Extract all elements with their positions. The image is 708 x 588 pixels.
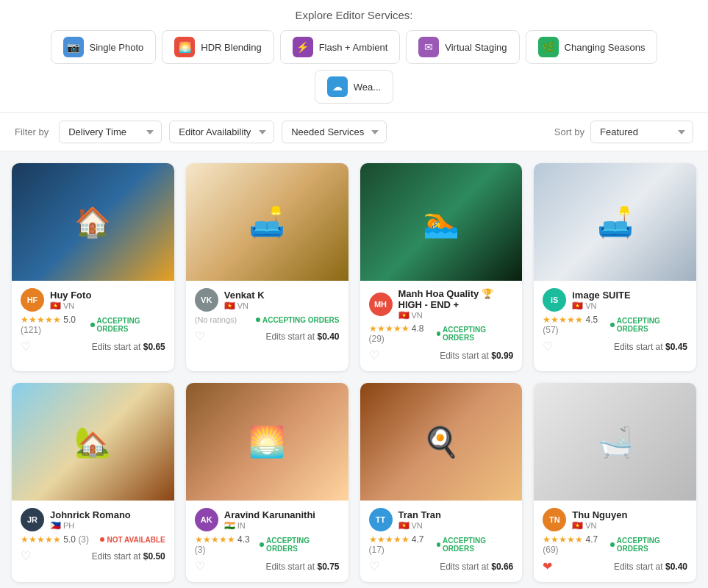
country-flag: 🇻🇳 xyxy=(224,301,235,311)
country-flag: 🇵🇭 xyxy=(50,520,61,531)
virtual-staging-icon: ✉ xyxy=(418,37,439,57)
rating: ★★★★★ 4.7 (17) xyxy=(369,534,437,555)
weather-label: Wea... xyxy=(354,82,381,93)
heart-button[interactable]: ♡ xyxy=(195,329,205,343)
card-info: JR Johnrick Romano 🇵🇭 PH ★★★★★ 5.0 (3) N… xyxy=(12,501,174,572)
rating-row: ★★★★★ 4.8 (29) ACCEPTING ORDERS xyxy=(369,323,514,344)
single-photo-label: Single Photo xyxy=(90,42,144,53)
price-row: ♡ Edits start at $0.99 xyxy=(369,348,514,362)
editor-row: HF Huy Foto 🇻🇳 VN xyxy=(21,288,165,312)
price-text: Edits start at $0.75 xyxy=(265,562,339,572)
status-dot xyxy=(610,323,615,327)
editor-row: TT Tran Tran 🇻🇳 VN xyxy=(369,508,514,531)
status-dot xyxy=(90,323,94,327)
price-row: ♡ Edits start at $0.66 xyxy=(369,559,514,573)
service-tab-hdr-blending[interactable]: 🌅 HDR Blending xyxy=(162,30,273,64)
service-tab-flash-ambient[interactable]: ⚡ Flash + Ambient xyxy=(280,30,401,64)
editor-name: Huy Foto xyxy=(50,290,91,301)
editor-row: TN Thu Nguyen 🇻🇳 VN xyxy=(543,508,687,531)
card-image: 🛋️ xyxy=(186,163,348,281)
heart-button[interactable]: ♡ xyxy=(369,559,379,573)
card-info: AK Aravind Karunanithi 🇮🇳 IN ★★★★★ 4.3 (… xyxy=(186,501,348,582)
rating-row: ★★★★★ 4.5 (57) ACCEPTING ORDERS xyxy=(543,315,687,335)
card-info: iS image SUITE 🇻🇳 VN ★★★★★ 4.5 (57) ACCE… xyxy=(534,281,696,362)
hdr-blending-label: HDR Blending xyxy=(201,42,261,53)
avatar: TN xyxy=(543,508,566,531)
rating-row: (No ratings) ACCEPTING ORDERS xyxy=(195,315,340,325)
card-5[interactable]: 🏡 JR Johnrick Romano 🇵🇭 PH ★★★★★ 5.0 (3)… xyxy=(12,383,174,582)
heart-button[interactable]: ♡ xyxy=(21,549,31,563)
card-image: 🏊 xyxy=(360,163,523,281)
price-row: ♡ Edits start at $0.45 xyxy=(543,340,687,354)
price-text: Edits start at $0.45 xyxy=(614,342,687,352)
country-code: PH xyxy=(63,521,74,530)
country-code: VN xyxy=(585,301,596,310)
country-flag: 🇻🇳 xyxy=(398,310,410,320)
rating: ★★★★★ 4.8 (29) xyxy=(369,323,437,344)
card-6[interactable]: 🌅 AK Aravind Karunanithi 🇮🇳 IN ★★★★★ 4.3… xyxy=(186,383,348,582)
editor-name: Thu Nguyen xyxy=(572,509,627,520)
price-text: Edits start at $0.65 xyxy=(92,342,165,352)
editor-name: image SUITE xyxy=(572,290,630,301)
rating: ★★★★★ 5.0 (121) xyxy=(21,315,90,335)
changing-seasons-label: Changing Seasons xyxy=(565,42,646,53)
editor-country: 🇻🇳 VN xyxy=(572,520,627,531)
card-image: 🏡 xyxy=(12,383,174,501)
country-code: VN xyxy=(237,301,248,310)
status-badge: ACCEPTING ORDERS xyxy=(90,317,165,333)
star-icons: ★★★★★ xyxy=(543,534,583,545)
needed-services-select[interactable]: Needed Services xyxy=(282,121,387,143)
card-7[interactable]: 🍳 TT Tran Tran 🇻🇳 VN ★★★★★ 4.7 (17) ACCE… xyxy=(360,383,523,582)
service-tab-virtual-staging[interactable]: ✉ Virtual Staging xyxy=(406,30,519,64)
service-tab-single-photo[interactable]: 📷 Single Photo xyxy=(51,30,157,64)
service-tab-weather[interactable]: ☁ Wea... xyxy=(315,70,393,104)
cards-grid: 🏠 HF Huy Foto 🇻🇳 VN ★★★★★ 5.0 (121) ACCE… xyxy=(0,151,708,588)
heart-button[interactable]: ♡ xyxy=(195,559,205,573)
editor-details: image SUITE 🇻🇳 VN xyxy=(572,290,630,311)
country-flag: 🇮🇳 xyxy=(224,520,235,531)
editor-availability-select[interactable]: Editor Availability xyxy=(169,121,274,143)
country-flag: 🇻🇳 xyxy=(50,301,61,311)
card-2[interactable]: 🛋️ VK Venkat K 🇻🇳 VN (No ratings) ACCEPT… xyxy=(186,163,348,371)
editor-details: Thu Nguyen 🇻🇳 VN xyxy=(572,509,627,531)
heart-button[interactable]: ♡ xyxy=(543,340,553,354)
status-dot xyxy=(256,318,260,322)
price-text: Edits start at $0.40 xyxy=(265,331,339,342)
rating-row: ★★★★★ 5.0 (121) ACCEPTING ORDERS xyxy=(21,315,165,335)
editor-name: Johnrick Romano xyxy=(50,509,131,520)
price-row: ♡ Edits start at $0.40 xyxy=(195,329,340,343)
explore-title: Explore Editor Services: xyxy=(15,9,693,21)
service-tab-changing-seasons[interactable]: 🌿 Changing Seasons xyxy=(526,30,658,64)
delivery-time-select[interactable]: Delivery Time xyxy=(59,121,162,143)
heart-button[interactable]: ❤ xyxy=(543,559,552,573)
price-text: Edits start at $0.99 xyxy=(440,351,513,361)
price-row: ❤ Edits start at $0.40 xyxy=(543,559,687,573)
status-badge: NOT AVAILABLE xyxy=(100,536,165,544)
star-icons: ★★★★★ xyxy=(21,315,61,325)
editor-country: 🇵🇭 PH xyxy=(50,520,131,531)
filter-bar: Filter by Delivery Time Editor Availabil… xyxy=(0,113,708,151)
card-1[interactable]: 🏠 HF Huy Foto 🇻🇳 VN ★★★★★ 5.0 (121) ACCE… xyxy=(12,163,174,371)
card-image: 🏠 xyxy=(12,163,174,281)
avatar: AK xyxy=(195,508,218,531)
card-image: 🛋️ xyxy=(534,163,696,281)
card-4[interactable]: 🛋️ iS image SUITE 🇻🇳 VN ★★★★★ 4.5 (57) A… xyxy=(534,163,696,371)
editor-row: iS image SUITE 🇻🇳 VN xyxy=(543,288,687,312)
card-3[interactable]: 🏊 MH Manh Hoa Quality 🏆HIGH - END + 🇻🇳 V… xyxy=(360,163,523,371)
heart-button[interactable]: ♡ xyxy=(369,348,379,362)
editor-country: 🇻🇳 VN xyxy=(50,301,91,311)
editor-row: MH Manh Hoa Quality 🏆HIGH - END + 🇻🇳 VN xyxy=(369,288,514,320)
rating-row: ★★★★★ 4.7 (17) ACCEPTING ORDERS xyxy=(369,534,514,555)
status-badge: ACCEPTING ORDERS xyxy=(610,317,687,333)
card-info: TN Thu Nguyen 🇻🇳 VN ★★★★★ 4.7 (69) ACCEP… xyxy=(534,501,696,582)
changing-seasons-icon: 🌿 xyxy=(538,37,559,57)
heart-button[interactable]: ♡ xyxy=(21,340,31,354)
avatar: JR xyxy=(21,508,44,531)
filter-label: Filter by xyxy=(15,126,49,137)
editor-row: VK Venkat K 🇻🇳 VN xyxy=(195,288,340,312)
card-8[interactable]: 🛁 TN Thu Nguyen 🇻🇳 VN ★★★★★ 4.7 (69) ACC… xyxy=(534,383,696,582)
editor-name: Aravind Karunanithi xyxy=(224,509,315,520)
editor-name: Tran Tran xyxy=(398,509,442,520)
price-text: Edits start at $0.66 xyxy=(440,562,513,572)
featured-select[interactable]: Featured xyxy=(590,121,693,143)
